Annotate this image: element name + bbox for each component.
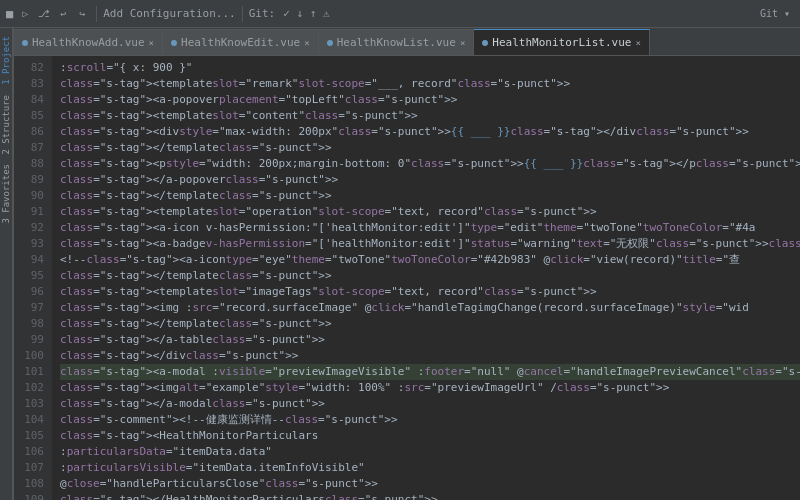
- code-line: class="s-tag"><a-badge v-hasPermission="…: [60, 236, 800, 252]
- toolbar-icon-group: ▷ ⎇ ↩ ↪: [17, 6, 90, 22]
- code-line: class="s-tag"><template slot="imageTags"…: [60, 284, 800, 300]
- code-line: class="s-tag"></templateclass="s-punct">…: [60, 268, 800, 284]
- toolbar-logo: ■: [6, 7, 13, 21]
- code-line: class="s-tag"><template slot="remark" sl…: [60, 76, 800, 92]
- run-icon[interactable]: ▷: [17, 6, 33, 22]
- editor-tab[interactable]: HealthKnowList.vue×: [319, 29, 475, 55]
- tabs-bar: HealthKnowAdd.vue×HealthKnowEdit.vue×Hea…: [14, 28, 800, 56]
- editor-tab[interactable]: HealthKnowAdd.vue×: [14, 29, 163, 55]
- code-line: :particularsVisible="itemData.itemInfoVi…: [60, 460, 800, 476]
- git-icon[interactable]: ⎇: [36, 6, 52, 22]
- code-line: class="s-tag"><template slot="content"cl…: [60, 108, 800, 124]
- code-line: class="s-tag"><template slot="operation"…: [60, 204, 800, 220]
- undo-icon[interactable]: ↩: [55, 6, 71, 22]
- git-branch-label: Git:: [249, 7, 276, 20]
- git-context: Git ▾: [760, 8, 790, 19]
- code-line: class="s-tag"><a-modal :visible="preview…: [60, 364, 800, 380]
- editor-area: HealthKnowAdd.vue×HealthKnowEdit.vue×Hea…: [14, 28, 800, 500]
- code-line: class="s-tag"></a-modalclass="s-punct">>: [60, 396, 800, 412]
- main-layout: 1 Project 2 Structure 3 Favorites Projec…: [0, 28, 800, 500]
- code-line: class="s-tag"></templateclass="s-punct">…: [60, 188, 800, 204]
- code-line: class="s-tag"></a-popoverclass="s-punct"…: [60, 172, 800, 188]
- editor-tab[interactable]: HealthKnowEdit.vue×: [163, 29, 319, 55]
- code-line: @close="handleParticularsClose"class="s-…: [60, 476, 800, 492]
- code-line: class="s-tag"></templateclass="s-punct">…: [60, 316, 800, 332]
- code-line: class="s-tag"></a-tableclass="s-punct">>: [60, 332, 800, 348]
- code-line: class="s-tag"><a-popover placement="topL…: [60, 92, 800, 108]
- code-line: class="s-tag"><p style="width: 200px;mar…: [60, 156, 800, 172]
- sep2: [242, 6, 243, 22]
- code-line: class="s-comment"><!--健康监测详情--class="s-p…: [60, 412, 800, 428]
- code-line: <!-- class="s-tag"><a-icon type="eye" th…: [60, 252, 800, 268]
- code-line: class="s-tag"></divclass="s-punct">>: [60, 348, 800, 364]
- code-line: class="s-tag"><img alt="example" style="…: [60, 380, 800, 396]
- code-line: class="s-tag"><a-icon v-hasPermission:"[…: [60, 220, 800, 236]
- code-editor: 8283848586878889909192939495969798991001…: [14, 56, 800, 500]
- favorites-icon-btn[interactable]: 3 Favorites: [0, 160, 12, 228]
- top-toolbar: ■ ▷ ⎇ ↩ ↪ Add Configuration... Git: ✓ ↓ …: [0, 0, 800, 28]
- line-numbers: 8283848586878889909192939495969798991001…: [14, 56, 52, 500]
- code-line: class="s-tag"></templateclass="s-punct">…: [60, 140, 800, 156]
- code-line: class="s-tag"><HealthMonitorParticulars: [60, 428, 800, 444]
- code-line: class="s-tag"><div style="max-width: 200…: [60, 124, 800, 140]
- git-status: ✓ ↓ ↑ ⚠: [283, 7, 329, 20]
- left-panel: 1 Project 2 Structure 3 Favorites: [0, 28, 13, 500]
- code-line: :particularsData="itemData.data": [60, 444, 800, 460]
- code-line: :scroll="{ x: 900 }": [60, 60, 800, 76]
- sep1: [96, 6, 97, 22]
- project-icon-btn[interactable]: 1 Project: [0, 32, 12, 89]
- code-content[interactable]: :scroll="{ x: 900 }" class="s-tag"><temp…: [52, 56, 800, 500]
- structure-icon-btn[interactable]: 2 Structure: [0, 91, 12, 159]
- run-config-label: Add Configuration...: [103, 7, 235, 20]
- redo-icon[interactable]: ↪: [74, 6, 90, 22]
- code-line: class="s-tag"><img :src="record.surfaceI…: [60, 300, 800, 316]
- code-line: class="s-tag"></HealthMonitorParticulars…: [60, 492, 800, 500]
- editor-tab[interactable]: HealthMonitorList.vue×: [474, 29, 650, 55]
